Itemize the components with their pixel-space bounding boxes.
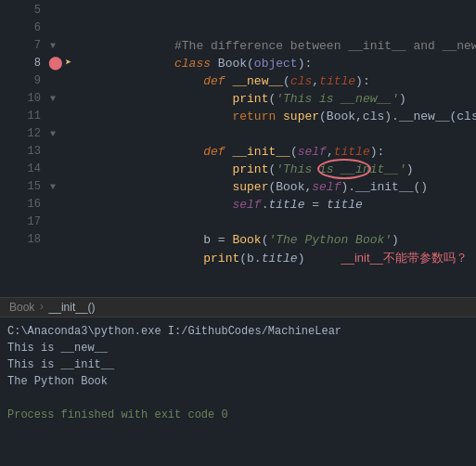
annotation-label: __init__不能带参数吗？ [341, 251, 468, 265]
line-5: 5 [0, 2, 41, 19]
line-16: 16 [0, 196, 41, 214]
fn-print3: print [203, 252, 239, 265]
terminal-output-1: This is __new__ [7, 340, 469, 356]
oval-marker [317, 159, 371, 179]
param-title1: title [319, 74, 355, 88]
line-18: 18 [0, 231, 41, 249]
terminal-process-status: Process finished with exit code 0 [7, 407, 469, 423]
keyword-return: return [232, 110, 283, 123]
keyword-def-init: def [203, 145, 232, 159]
var-b-title: title [262, 252, 298, 265]
fold-icon-7[interactable]: ▼ [48, 37, 74, 55]
var-title: title [268, 198, 304, 212]
self-kw-3: self [232, 198, 261, 212]
param-self1: self [298, 145, 327, 159]
line-12: 12 [0, 125, 41, 143]
line-11: 11 [0, 108, 41, 125]
fn-print1: print [232, 92, 268, 106]
self-kw-2: self [312, 180, 341, 194]
param-title2: title [334, 145, 370, 159]
fn-super1: super [283, 110, 319, 123]
line-14: 14 [0, 161, 41, 178]
str-new: 'This is __new__' [276, 92, 399, 106]
debug-arrow-icon: ➤ [65, 55, 71, 72]
terminal-output-2: This is __init__ [7, 356, 469, 373]
line-6: 6 [0, 19, 41, 37]
terminal-empty-line [7, 390, 469, 407]
line-numbers: 5 6 7 8 9 10 11 12 13 14 15 16 17 18 [0, 0, 48, 297]
fn-super2: super [232, 180, 268, 194]
breadcrumb-separator: › [38, 301, 45, 314]
line-15: 15 [0, 178, 41, 196]
fold-icon-15[interactable]: ▼ [48, 178, 74, 196]
breakpoint-line-8: ⬤ ➤ [48, 55, 74, 72]
code-line-14: super(Book,self).__init__() [102, 161, 476, 178]
keyword-class: class [174, 57, 218, 71]
line-13: 13 [0, 143, 41, 161]
classname: Book [218, 57, 247, 71]
fn-new: __new__ [232, 74, 283, 88]
code-line-5 [102, 2, 476, 19]
gutter-markers: ▼ ⬤ ➤ ▼ ▼ ▼ [48, 0, 74, 297]
line-10: 10 [0, 90, 41, 108]
fold-icon-12[interactable]: ▼ [48, 125, 74, 143]
code-editor[interactable]: 5 6 7 8 9 10 11 12 13 14 15 16 17 18 [0, 0, 476, 297]
breadcrumb-bar: Book › __init__() [0, 297, 476, 317]
str-book: 'The Python Book' [268, 233, 392, 247]
fn-book: Book [232, 233, 261, 247]
breakpoint-icon[interactable]: ⬤ [48, 55, 63, 72]
fn-init: __init__ [232, 145, 289, 159]
line-8: 8 [0, 55, 41, 72]
comment-text: #The difference between __init__ and __n… [174, 39, 476, 53]
line-7: 7 [0, 37, 41, 55]
var-title-val: title [327, 198, 363, 212]
breadcrumb-method[interactable]: __init__() [49, 301, 96, 314]
code-content[interactable]: #The difference between __init__ and __n… [74, 0, 476, 297]
init-paren: ) [420, 180, 428, 194]
line-17: 17 [0, 214, 41, 231]
line-9: 9 [0, 72, 41, 90]
fold-icon-10[interactable]: ▼ [48, 90, 74, 108]
builtin-object: object [254, 57, 298, 71]
terminal-panel: C:\Anaconda3\python.exe I:/GithubCodes/M… [0, 317, 476, 464]
code-line-6: #The difference between __init__ and __n… [102, 19, 476, 37]
terminal-path: C:\Anaconda3\python.exe I:/GithubCodes/M… [7, 323, 469, 340]
editor-window: 5 6 7 8 9 10 11 12 13 14 15 16 17 18 [0, 0, 476, 464]
param-cls: cls [290, 74, 312, 88]
terminal-output-3: The Python Book [7, 373, 469, 390]
keyword-def-new: def [203, 74, 232, 88]
breadcrumb-file[interactable]: Book [9, 301, 34, 314]
